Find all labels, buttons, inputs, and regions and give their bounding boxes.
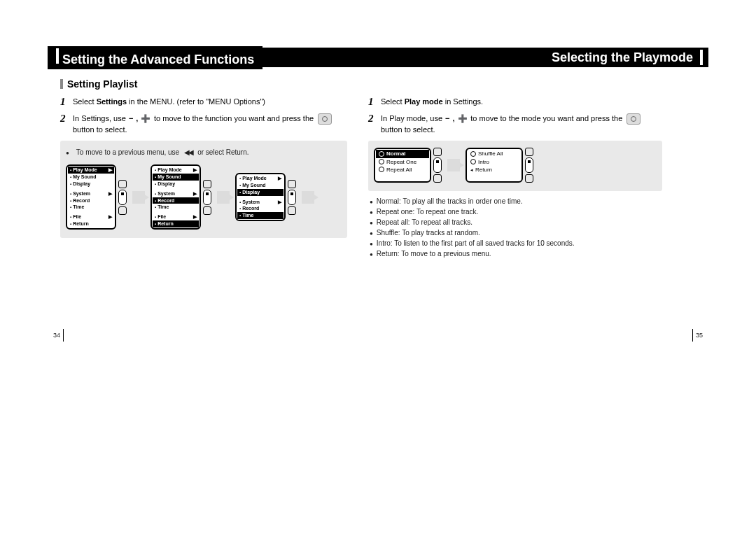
screen-body: ▪Play Mode▶ ▪My Sound ▪Display ▪System▶ …	[150, 164, 201, 229]
step-2-text: In Settings, use − , ➕ to move to the fu…	[73, 113, 347, 135]
step-1-text: Select Settings in the MENU. (refer to "…	[73, 97, 265, 107]
step-number-icon: 1	[60, 94, 69, 109]
header-right-text: Selecting the Playmode	[552, 50, 693, 65]
device-screen: ▪Play Mode▶ ▪My Sound ▪Display ▪System▶ …	[150, 164, 211, 229]
left-illustration-box: To move to a previous menu, use ◀◀ or se…	[60, 141, 347, 237]
header-left-text: Setting the Advanced Functions	[62, 52, 254, 66]
manual-page: Setting the Advanced Functions Selecting…	[0, 0, 756, 534]
arrow-right-icon	[447, 159, 460, 171]
dial-button-icon	[626, 113, 640, 125]
desc-item: Return: To move to a previous menu.	[370, 249, 662, 259]
step-2-text: In Play mode, use − , ➕ to move to the m…	[381, 113, 662, 135]
step-number-icon: 2	[60, 111, 69, 126]
playmode-screen: Normal Repeat One Repeat All	[374, 148, 442, 183]
screen-side-buttons	[203, 164, 211, 229]
desc-item: Shuffle: To play tracks at random.	[370, 228, 662, 238]
arrow-right-icon	[302, 191, 314, 204]
desc-item: Repeat all: To repeat all tracks.	[370, 218, 662, 227]
desc-item: Normal: To play all the tracks in order …	[370, 197, 662, 206]
screen-side-buttons	[118, 164, 127, 229]
screen-body: Shuffle All Intro ◂Return	[465, 148, 523, 183]
minus-plus-icon: − , ➕	[444, 113, 468, 124]
step-1: 1 Select Settings in the MENU. (refer to…	[60, 97, 347, 109]
screen-side-buttons	[288, 173, 296, 221]
device-screen: ▪Play Mode▶ ▪My Sound ▪Display ▪System▶ …	[235, 173, 296, 221]
screen-body: ▪Play Mode▶ ▪My Sound ▪Display ▪System▶ …	[235, 173, 286, 221]
desc-item: Repeat one: To repeat one track.	[370, 207, 662, 217]
header-pipe-icon	[700, 50, 703, 65]
dial-button-icon	[318, 113, 332, 125]
right-illustration-box: Normal Repeat One Repeat All Shuffle All…	[368, 141, 662, 191]
playmode-screen: Shuffle All Intro ◂Return	[465, 148, 533, 183]
screen-body: ▪Play Mode▶ ▪My Sound ▪Display ▪System▶ …	[66, 164, 116, 229]
arrow-right-icon	[217, 191, 230, 204]
desc-item: Intro: To listen to the first part of al…	[370, 239, 662, 248]
minus-plus-icon: − , ➕	[128, 113, 152, 124]
section-bar-icon	[60, 79, 63, 89]
playmode-descriptions: Normal: To play all the tracks in order …	[368, 197, 662, 259]
screens-row: ▪Play Mode▶ ▪My Sound ▪Display ▪System▶ …	[66, 164, 342, 229]
header-left-title: Setting the Advanced Functions	[48, 46, 262, 69]
step-2: 2 In Settings, use − , ➕ to move to the …	[60, 113, 347, 135]
step-1: 1 Select Play mode in Settings.	[368, 97, 662, 109]
arrow-right-icon	[132, 191, 145, 204]
step-number-icon: 1	[368, 94, 377, 109]
device-screen: ▪Play Mode▶ ▪My Sound ▪Display ▪System▶ …	[66, 164, 127, 229]
header-right-title: Selecting the Playmode	[546, 48, 708, 67]
header-pipe-icon	[56, 48, 59, 64]
page-number-right: 35	[692, 329, 703, 342]
step-1-text: Select Play mode in Settings.	[381, 97, 483, 107]
screen-body: Normal Repeat One Repeat All	[374, 148, 431, 183]
step-2: 2 In Play mode, use − , ➕ to move to the…	[368, 113, 662, 135]
section-title: Setting Playlist	[60, 78, 137, 90]
header-bar: Setting the Advanced Functions Selecting…	[48, 48, 708, 67]
rewind-icon: ◀◀	[184, 148, 192, 157]
left-column: 1 Select Settings in the MENU. (refer to…	[60, 97, 347, 238]
screen-side-buttons	[525, 148, 533, 183]
right-column: 1 Select Play mode in Settings. 2 In Pla…	[368, 97, 662, 260]
note-line: To move to a previous menu, use ◀◀ or se…	[66, 148, 342, 157]
screen-side-buttons	[433, 148, 442, 183]
section-title-text: Setting Playlist	[67, 78, 137, 90]
page-number-left: 34	[53, 329, 64, 342]
step-number-icon: 2	[368, 111, 377, 126]
playmode-screens-row: Normal Repeat One Repeat All Shuffle All…	[374, 148, 657, 183]
